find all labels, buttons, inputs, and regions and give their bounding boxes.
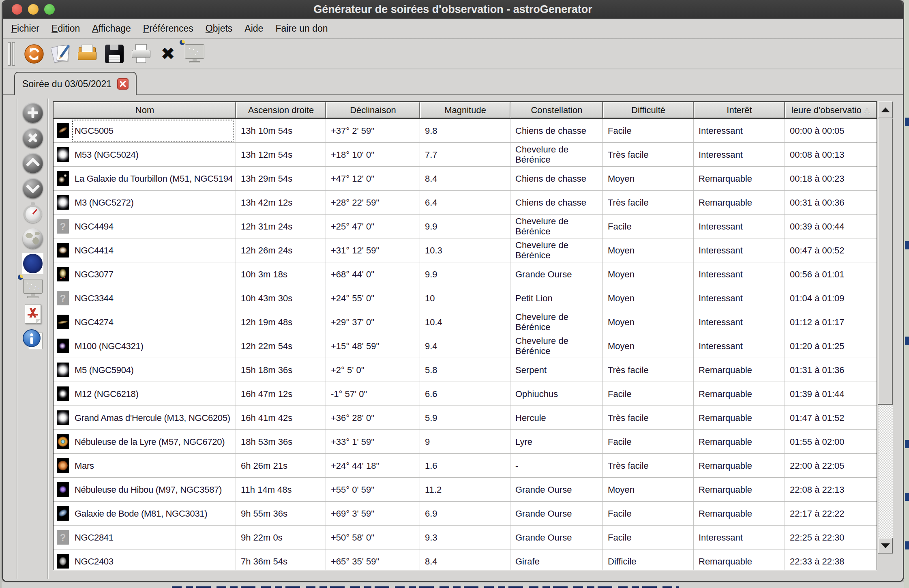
right-ascension-cell: 10h 3m 18s	[236, 262, 326, 286]
observation-time-cell: 00:00 à 00:05	[785, 119, 877, 142]
constellation-cell: Chevelure de Bérénice	[510, 143, 603, 166]
tab-close-button[interactable]	[117, 78, 129, 90]
table-row[interactable]: NGC3077 10h 3m 18s +68° 44' 0" 9.9 Grand…	[54, 262, 877, 286]
remove-object-button[interactable]	[22, 127, 43, 148]
interest-cell: Remarquable	[694, 358, 785, 382]
table-row[interactable]: M3 (NGC5272) 13h 42m 12s +28° 22' 59" 6.…	[54, 191, 877, 215]
observation-time-cell: 22:25 à 22:30	[785, 526, 877, 549]
difficulty-cell: Moyen	[603, 478, 694, 501]
menu-preferences[interactable]: Préférences	[137, 21, 199, 36]
declination-cell: +28° 22' 59"	[326, 191, 420, 214]
declination-cell: +29° 37' 0"	[326, 310, 420, 334]
table-row[interactable]: Galaxie de Bode (M81, NGC3031) 9h 55m 36…	[54, 502, 877, 526]
observation-time-cell: 01:20 à 01:25	[785, 334, 877, 358]
refresh-button[interactable]	[22, 42, 46, 66]
table-row[interactable]: NGC5005 13h 10m 54s +37° 2' 59" 9.8 Chie…	[54, 119, 877, 143]
column-header-constellation[interactable]: Constellation	[510, 102, 603, 118]
object-info-button[interactable]	[22, 328, 43, 350]
tab-soiree[interactable]: Soirée du 03/05/2021	[14, 72, 137, 95]
table-row[interactable]: M53 (NGC5024) 13h 12m 54s +18° 10' 0" 7.…	[54, 143, 877, 167]
menu-faire-un-don[interactable]: Faire un don	[269, 21, 334, 36]
add-object-button[interactable]	[22, 102, 43, 123]
column-header-magnitude[interactable]: Magnitude	[420, 102, 510, 118]
print-button[interactable]	[129, 42, 153, 66]
magnitude-cell: 6.6	[420, 382, 510, 406]
menu-aide[interactable]: Aide	[238, 21, 269, 36]
magnitude-cell: 10.3	[420, 238, 510, 262]
table-row[interactable]: NGC2403 7h 36m 54s +65° 35' 59" 8.4 Gira…	[54, 549, 877, 570]
name-cell: NGC4494	[54, 215, 236, 238]
table-row[interactable]: NGC4494 12h 31m 24s +25° 47' 0" 9.9 Chev…	[54, 215, 877, 238]
object-name: NGC4414	[75, 245, 114, 255]
sky-view-button[interactable]	[22, 253, 43, 274]
save-button[interactable]	[103, 42, 126, 66]
interest-cell: Interessant	[694, 310, 785, 334]
table-row[interactable]: NGC2841 9h 22m 0s +50° 58' 0" 9.3 Grande…	[54, 526, 877, 549]
menu-edition[interactable]: Edition	[45, 21, 86, 36]
vertical-scrollbar[interactable]	[878, 101, 893, 554]
table-row[interactable]: NGC4414 12h 26m 24s +31° 12' 59" 10.3 Ch…	[54, 238, 877, 262]
open-button[interactable]	[76, 42, 99, 66]
difficulty-cell: Moyen	[603, 262, 694, 286]
table-row[interactable]: M5 (NGC5904) 15h 18m 36s +2° 5' 0" 5.8 S…	[54, 358, 877, 382]
scrollbar-thumb[interactable]	[878, 118, 893, 405]
delete-button[interactable]	[156, 42, 180, 66]
export-pdf-button[interactable]	[22, 303, 43, 324]
column-header-ascension-droite[interactable]: Ascension droite	[236, 102, 326, 118]
location-button[interactable]	[22, 228, 43, 249]
object-name: NGC2841	[75, 532, 114, 543]
screen-night-button[interactable]	[22, 278, 43, 299]
interest-cell: Interessant	[694, 286, 785, 310]
observation-time-cell: 22:17 à 22:22	[785, 502, 877, 525]
object-name: M100 (NGC4321)	[75, 341, 143, 351]
table-row[interactable]: Grand Amas d'Hercule (M13, NGC6205) 16h …	[54, 406, 877, 430]
object-thumbnail	[57, 267, 69, 281]
constellation-cell: Grande Ourse	[510, 502, 603, 525]
table-row[interactable]: M100 (NGC4321) 12h 22m 54s +15° 48' 59" …	[54, 334, 877, 358]
table-row[interactable]: Nébuleuse du Hibou (M97, NGC3587) 11h 14…	[54, 478, 877, 502]
observation-time-cell: 01:04 à 01:09	[785, 286, 877, 310]
table-row[interactable]: Nébuleuse de la Lyre (M57, NGC6720) 18h …	[54, 430, 877, 454]
column-header-difficulte[interactable]: Difficulté	[603, 102, 694, 118]
constellation-cell: Grande Ourse	[510, 526, 603, 549]
table-row[interactable]: Mars 6h 26m 21s +24° 44' 18" 1.6 - Très …	[54, 454, 877, 478]
scroll-down-button[interactable]	[878, 538, 893, 554]
difficulty-cell: Moyen	[603, 167, 694, 190]
object-name: NGC4274	[75, 317, 114, 327]
table-row[interactable]: NGC3344 10h 43m 30s +24° 55' 0" 10 Petit…	[54, 286, 877, 310]
declination-cell: +47° 12' 0"	[326, 167, 420, 190]
titlebar[interactable]: Générateur de soirées d'observation - as…	[3, 0, 903, 19]
chevron-down-icon	[23, 178, 43, 198]
column-header-interet[interactable]: Interêt	[694, 102, 785, 118]
triangle-up-icon	[881, 107, 890, 112]
constellation-cell: Grande Ourse	[510, 262, 603, 286]
declination-cell: +68° 44' 0"	[326, 262, 420, 286]
column-header-nom[interactable]: Nom	[54, 102, 236, 118]
menu-fichier[interactable]: Fichier	[5, 21, 45, 36]
scroll-up-button[interactable]	[878, 101, 893, 118]
main-toolbar	[3, 39, 903, 69]
name-cell: Nébuleuse du Hibou (M97, NGC3587)	[54, 478, 236, 501]
main-panel: Nom Ascension droite Déclinaison Magnitu…	[3, 96, 903, 581]
night-view-button[interactable]	[183, 42, 206, 66]
table-row[interactable]: M12 (NGC6218) 16h 47m 12s -1° 57' 0" 6.6…	[54, 382, 877, 406]
menu-affichage[interactable]: Affichage	[86, 21, 137, 36]
move-down-button[interactable]	[22, 178, 43, 199]
menu-objets[interactable]: Objets	[199, 21, 238, 36]
declination-cell: +31° 12' 59"	[326, 238, 420, 262]
observation-time-button[interactable]	[22, 203, 43, 224]
tab-label: Soirée du 03/05/2021	[22, 79, 111, 90]
object-name: M12 (NGC6218)	[75, 389, 139, 399]
table-row[interactable]: La Galaxie du Tourbillon (M51, NGC5194) …	[54, 167, 877, 191]
toolbar-drag-handle[interactable]	[8, 42, 17, 66]
object-name: NGC4494	[75, 221, 114, 232]
column-header-heure-observation[interactable]: leure d'observatio △	[785, 102, 877, 118]
magnitude-cell: 9.3	[420, 526, 510, 549]
validate-button[interactable]	[49, 42, 73, 66]
table-row[interactable]: NGC4274 12h 19m 48s +29° 37' 0" 10.4 Che…	[54, 310, 877, 334]
move-up-button[interactable]	[22, 152, 43, 174]
magnitude-cell: 9	[420, 430, 510, 453]
column-header-declinaison[interactable]: Déclinaison	[326, 102, 420, 118]
object-thumbnail	[57, 506, 69, 521]
magnitude-cell: 10.4	[420, 310, 510, 334]
